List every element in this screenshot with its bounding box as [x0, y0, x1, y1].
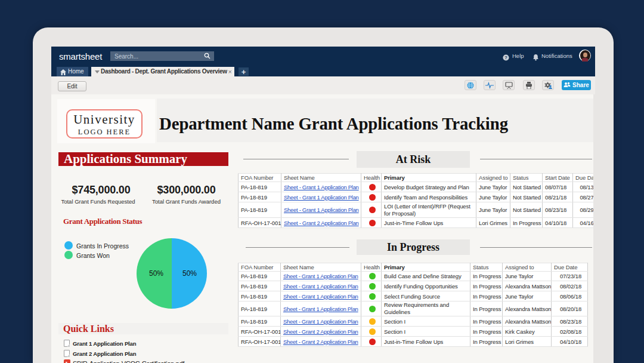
- svg-text:?: ?: [504, 55, 507, 60]
